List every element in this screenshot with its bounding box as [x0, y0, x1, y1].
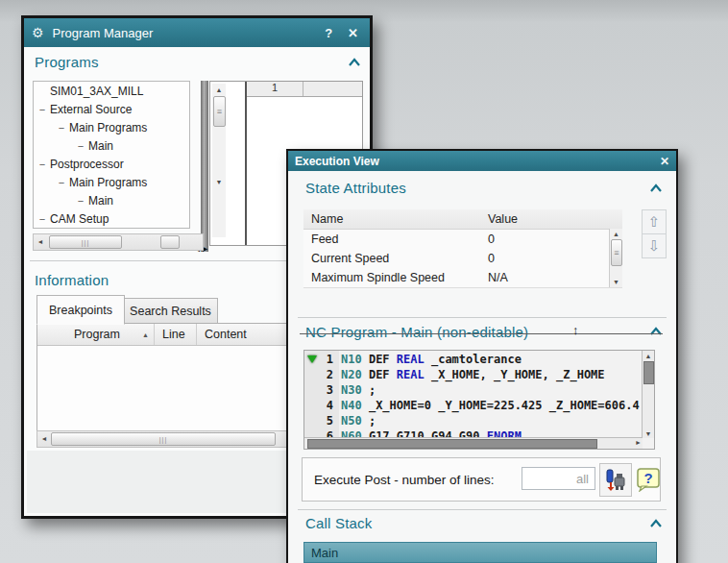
column-header-line[interactable]: Line: [155, 324, 197, 345]
tree-expander-icon[interactable]: −: [37, 213, 47, 225]
execution-view-body: State Attributes Name Value Feed0Current…: [288, 171, 676, 563]
information-section-header: Information: [35, 272, 109, 288]
scrollbar-thumb[interactable]: [307, 439, 597, 449]
collapse-chevron-icon[interactable]: [649, 184, 663, 193]
code-horizontal-scrollbar[interactable]: ►: [304, 437, 643, 449]
desktop: ⚙ Program Manager ? ✕ Programs SIM01_3AX…: [0, 0, 728, 563]
code-token: N10: [341, 353, 362, 366]
tree-item[interactable]: SIM01_3AX_MILL: [34, 82, 189, 100]
tree-expander-icon[interactable]: −: [37, 159, 47, 170]
column-header-name[interactable]: Name: [303, 212, 488, 226]
tree-item[interactable]: −CAM Setup: [34, 209, 189, 228]
tree-item-label: CAM Setup: [50, 212, 109, 226]
green-triangle-icon: [307, 355, 317, 363]
code-token: REAL: [397, 353, 425, 366]
tree-item[interactable]: −Postprocessor: [34, 155, 189, 173]
tree-item[interactable]: −Main: [34, 136, 189, 155]
scroll-left-icon[interactable]: ◄: [39, 431, 49, 445]
tab-search-results[interactable]: Search Results: [123, 298, 218, 325]
code-token: REAL: [397, 368, 425, 381]
scroll-down-icon[interactable]: ▼: [212, 176, 226, 187]
move-up-button[interactable]: ⇧: [642, 209, 667, 234]
code-line: 2N20 DEF REAL _X_HOME, _Y_HOME, _Z_HOME: [304, 367, 643, 382]
scrollbar-thumb[interactable]: |||: [49, 235, 122, 249]
attribute-name: Feed: [303, 233, 488, 246]
code-line: 1N10 DEF REAL _camtolerance: [304, 352, 643, 367]
code-token: N30: [341, 383, 362, 397]
scroll-left-icon[interactable]: ◄: [36, 234, 45, 248]
scrollbar-thumb[interactable]: ≡: [213, 96, 226, 127]
code-token: N20: [341, 368, 362, 381]
code-vertical-scrollbar[interactable]: ▲ ▼: [642, 351, 654, 438]
tree-item[interactable]: −Main Programs: [34, 118, 189, 136]
help-button[interactable]: ?: [635, 466, 662, 493]
scroll-up-icon[interactable]: ▲: [643, 351, 654, 360]
tree-horizontal-scrollbar[interactable]: ◄ |||: [33, 233, 204, 251]
tree-item-label: External Source: [50, 103, 132, 116]
vertical-resize-icon: ↕: [572, 323, 579, 337]
help-button[interactable]: ?: [325, 26, 332, 40]
attribute-value: 0: [488, 233, 495, 246]
tree-item[interactable]: −Main: [34, 191, 189, 209]
code-token: ;: [362, 383, 376, 397]
move-down-button[interactable]: ⇩: [642, 233, 667, 258]
state-attribute-row[interactable]: Maximum Spindle SpeedN/A: [303, 268, 622, 287]
preview-column-header[interactable]: 1: [247, 82, 303, 96]
tree-item-label: SIM01_3AX_MILL: [50, 85, 143, 98]
tab-breakpoints[interactable]: Breakpoints: [36, 295, 125, 325]
svg-text:?: ?: [643, 470, 652, 486]
state-attribute-row[interactable]: Feed0: [303, 230, 622, 249]
scroll-up-icon[interactable]: ▲: [610, 229, 622, 238]
attribute-value: N/A: [488, 271, 508, 284]
tree-item[interactable]: −Main Programs: [34, 173, 189, 191]
tree-expander-icon[interactable]: −: [76, 195, 85, 207]
panel-splitter[interactable]: [201, 81, 208, 252]
code-line: 4N40 _X_HOME=0 _Y_HOME=225.425 _Z_HOME=6…: [304, 398, 643, 413]
collapse-chevron-icon[interactable]: [348, 58, 361, 67]
tree-expander-icon[interactable]: −: [57, 177, 66, 188]
code-token: _X_HOME, _Y_HOME, _Z_HOME: [425, 368, 605, 381]
code-token: _X_HOME=0 _Y_HOME=225.425 _Z_HOME=606.4: [362, 399, 640, 412]
tree-expander-icon[interactable]: −: [57, 122, 66, 134]
scroll-down-icon[interactable]: ▼: [610, 277, 622, 286]
scroll-up-icon[interactable]: ▲: [212, 84, 226, 95]
call-stack-list: Main: [303, 542, 657, 563]
nc-program-header: NC Program - Main (non-editable): [305, 324, 528, 340]
code-token: DEF: [362, 368, 397, 381]
code-line: 3N30 ;: [304, 382, 643, 398]
tree-item[interactable]: −External Source: [34, 100, 189, 118]
attribute-name: Current Speed: [303, 252, 488, 265]
tree-expander-icon[interactable]: −: [37, 104, 47, 115]
number-of-lines-input[interactable]: [522, 467, 595, 490]
column-header-value[interactable]: Value: [488, 212, 518, 226]
tree-expander-icon[interactable]: −: [76, 140, 85, 152]
scroll-down-icon[interactable]: ▼: [643, 428, 654, 438]
close-button[interactable]: ✕: [660, 155, 669, 168]
column-header-program[interactable]: Program ▲: [37, 324, 155, 345]
execute-post-label: Execute Post - number of lines:: [314, 458, 495, 501]
scrollbar-thumb[interactable]: ≡: [611, 239, 622, 266]
execution-pointer-icon: [304, 355, 320, 363]
line-number: 1: [320, 353, 333, 366]
line-number: 2: [320, 368, 333, 381]
execute-post-button[interactable]: [599, 463, 632, 497]
scroll-right-icon[interactable]: ►: [635, 439, 642, 446]
call-stack-header: Call Stack: [305, 515, 373, 531]
scrollbar-thumb[interactable]: [643, 361, 654, 384]
state-attributes-scrollbar[interactable]: ▲ ≡ ▼: [609, 229, 622, 287]
program-manager-titlebar[interactable]: ⚙ Program Manager ? ✕: [24, 18, 370, 47]
collapse-chevron-icon[interactable]: [649, 327, 663, 336]
code-token: N50: [341, 414, 362, 428]
state-attribute-row[interactable]: Current Speed0: [303, 249, 622, 268]
tree-item-label: Main: [88, 139, 113, 153]
line-number: 3: [320, 383, 333, 397]
execution-view-window: Execution View ✕ State Attributes Name V…: [286, 149, 678, 563]
execution-view-titlebar[interactable]: Execution View ✕: [288, 151, 676, 171]
call-stack-item[interactable]: Main: [303, 542, 657, 563]
scrollbar-thumb[interactable]: |||: [51, 432, 276, 446]
section-splitter[interactable]: [300, 333, 663, 334]
close-button[interactable]: ✕: [348, 26, 358, 40]
nc-program-code-view[interactable]: 1N10 DEF REAL _camtolerance2N20 DEF REAL…: [303, 350, 655, 450]
preview-vertical-scrollbar[interactable]: ▲ ≡ ▼: [212, 84, 226, 237]
collapse-chevron-icon[interactable]: [649, 519, 663, 528]
